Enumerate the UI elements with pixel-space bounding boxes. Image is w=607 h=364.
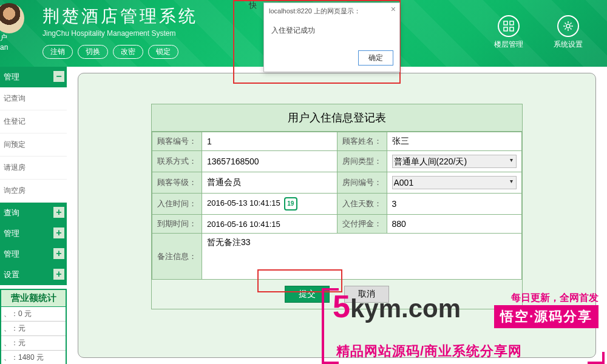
label-remark: 备注信息： [152,234,202,280]
expand-icon [53,269,64,280]
label-checkin: 入住时间： [152,194,202,215]
sidebar-group-manage3[interactable]: 管理 [0,244,67,265]
svg-point-4 [566,24,570,28]
checkin-value: 2016-05-13 10:41:15 [207,198,280,207]
stats-row: 、：0 元 [1,307,66,322]
sidebar-item-record-query[interactable]: 记查询 [0,87,67,110]
remark-textarea[interactable]: 暂无备注33 [207,237,517,274]
sidebar-item-vacancy[interactable]: 询空房 [0,180,67,203]
switch-button[interactable]: 切换 [78,45,108,59]
svg-rect-0 [504,21,507,25]
contact-input[interactable] [207,157,332,166]
system-settings-icon[interactable]: 系统设置 [554,15,583,50]
user-avatar[interactable] [0,3,24,33]
sidebar-group-query[interactable]: 查询 [0,203,67,223]
main-panel: 用户入住信息登记表 顾客编号： 顾客姓名： 联系方式： 房间类型： 普通单人间(… [78,73,596,358]
submit-button[interactable]: 提交 [285,286,330,303]
room-type-select[interactable]: 普通单人间(220/天) [392,155,517,168]
label-deposit: 交付押金： [337,215,387,234]
alert-message: 入住登记成功 [264,19,399,47]
stats-row: 、：元 [1,336,66,351]
sidebar: 管理 记查询 住登记 间预定 请退房 询空房 查询 管理 管理 设置 营业额统计… [0,67,67,364]
sidebar-group-settings[interactable]: 设置 [0,265,67,285]
label-cust-id: 顾客编号： [152,132,202,151]
alert-dialog: localhost:8220 上的网页显示： × 入住登记成功 确定 [263,2,400,72]
cust-name-input[interactable] [392,136,517,146]
expand-icon [53,228,64,238]
logout-button[interactable]: 注销 [42,45,73,59]
expand-icon [53,248,64,259]
stats-row: 、：1480 元 [1,351,66,364]
sidebar-item-checkout[interactable]: 请退房 [0,157,67,180]
form-title: 用户入住信息登记表 [152,104,522,132]
alert-ok-button[interactable]: 确定 [358,50,393,66]
label-contact: 联系方式： [152,151,202,172]
collapse-icon [53,71,64,82]
deposit-input[interactable] [392,219,517,229]
modify-password-button[interactable]: 改密 [113,45,143,59]
label-room-no: 房间编号： [337,172,387,194]
label-cust-level: 顾客等级： [152,172,202,194]
lock-button[interactable]: 锁定 [148,45,178,59]
svg-rect-3 [510,27,514,31]
user-label: 户an [0,33,8,52]
room-no-select[interactable]: A001 [392,176,517,189]
cust-id-input[interactable] [207,136,332,146]
cust-level-input[interactable] [207,178,332,187]
stats-row: 、：元 [1,322,66,336]
close-icon[interactable]: × [391,4,396,14]
sidebar-group-manage2[interactable]: 管理 [0,223,67,244]
label-days: 入住天数： [337,194,387,215]
expand-icon [53,207,64,218]
expire-value: 2016-05-16 10:41:15 [207,220,280,229]
floor-manage-icon[interactable]: 楼层管理 [494,15,523,50]
sidebar-item-reserve[interactable]: 间预定 [0,133,67,157]
svg-rect-2 [504,27,507,31]
svg-rect-1 [510,21,514,25]
cancel-button[interactable]: 取消 [344,286,389,303]
label-room-type: 房间类型： [337,151,387,172]
label-expire: 到期时间： [152,215,202,234]
days-input[interactable] [392,199,517,209]
sidebar-group-manage[interactable]: 管理 [0,67,67,87]
label-cust-name: 顾客姓名： [337,132,387,151]
sidebar-item-checkin[interactable]: 住登记 [0,110,67,133]
revenue-stats: 营业额统计 、：0 元 、：元 、：元 、：1480 元 [0,289,67,364]
stats-title: 营业额统计 [1,290,66,307]
calendar-icon[interactable]: 19 [284,197,297,211]
alert-source: localhost:8220 上的网页显示： × [264,3,399,19]
